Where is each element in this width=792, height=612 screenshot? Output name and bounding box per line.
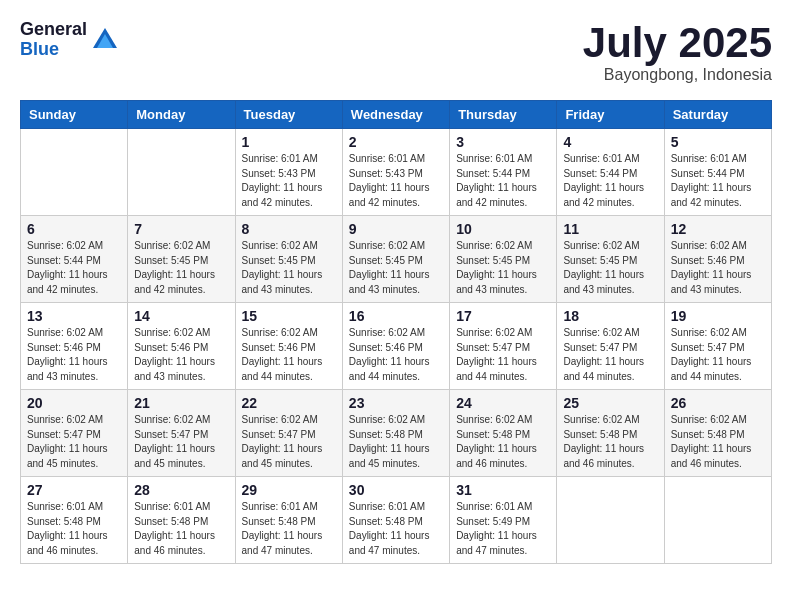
calendar-cell: 2Sunrise: 6:01 AM Sunset: 5:43 PM Daylig… [342,129,449,216]
calendar-cell: 8Sunrise: 6:02 AM Sunset: 5:45 PM Daylig… [235,216,342,303]
header-tuesday: Tuesday [235,101,342,129]
day-number: 12 [671,221,765,237]
day-number: 22 [242,395,336,411]
cell-info: Sunrise: 6:02 AM Sunset: 5:48 PM Dayligh… [349,413,443,471]
day-number: 15 [242,308,336,324]
calendar-cell [664,477,771,564]
day-number: 1 [242,134,336,150]
calendar-cell [557,477,664,564]
day-number: 25 [563,395,657,411]
title-block: July 2025 Bayongbong, Indonesia [583,20,772,84]
calendar-week-row: 27Sunrise: 6:01 AM Sunset: 5:48 PM Dayli… [21,477,772,564]
header-saturday: Saturday [664,101,771,129]
calendar-header-row: SundayMondayTuesdayWednesdayThursdayFrid… [21,101,772,129]
day-number: 16 [349,308,443,324]
cell-info: Sunrise: 6:02 AM Sunset: 5:45 PM Dayligh… [134,239,228,297]
cell-info: Sunrise: 6:01 AM Sunset: 5:44 PM Dayligh… [563,152,657,210]
calendar-cell: 18Sunrise: 6:02 AM Sunset: 5:47 PM Dayli… [557,303,664,390]
calendar-week-row: 1Sunrise: 6:01 AM Sunset: 5:43 PM Daylig… [21,129,772,216]
cell-info: Sunrise: 6:02 AM Sunset: 5:46 PM Dayligh… [671,239,765,297]
cell-info: Sunrise: 6:01 AM Sunset: 5:43 PM Dayligh… [242,152,336,210]
day-number: 5 [671,134,765,150]
day-number: 19 [671,308,765,324]
cell-info: Sunrise: 6:01 AM Sunset: 5:49 PM Dayligh… [456,500,550,558]
cell-info: Sunrise: 6:02 AM Sunset: 5:48 PM Dayligh… [456,413,550,471]
cell-info: Sunrise: 6:02 AM Sunset: 5:47 PM Dayligh… [563,326,657,384]
calendar-cell: 14Sunrise: 6:02 AM Sunset: 5:46 PM Dayli… [128,303,235,390]
cell-info: Sunrise: 6:02 AM Sunset: 5:45 PM Dayligh… [242,239,336,297]
calendar-cell: 30Sunrise: 6:01 AM Sunset: 5:48 PM Dayli… [342,477,449,564]
logo: General Blue [20,20,119,60]
cell-info: Sunrise: 6:02 AM Sunset: 5:46 PM Dayligh… [134,326,228,384]
cell-info: Sunrise: 6:01 AM Sunset: 5:48 PM Dayligh… [349,500,443,558]
day-number: 20 [27,395,121,411]
day-number: 31 [456,482,550,498]
day-number: 14 [134,308,228,324]
calendar-cell: 22Sunrise: 6:02 AM Sunset: 5:47 PM Dayli… [235,390,342,477]
cell-info: Sunrise: 6:02 AM Sunset: 5:48 PM Dayligh… [671,413,765,471]
day-number: 9 [349,221,443,237]
cell-info: Sunrise: 6:01 AM Sunset: 5:48 PM Dayligh… [242,500,336,558]
calendar-cell: 16Sunrise: 6:02 AM Sunset: 5:46 PM Dayli… [342,303,449,390]
calendar-week-row: 20Sunrise: 6:02 AM Sunset: 5:47 PM Dayli… [21,390,772,477]
day-number: 11 [563,221,657,237]
calendar-cell: 17Sunrise: 6:02 AM Sunset: 5:47 PM Dayli… [450,303,557,390]
day-number: 18 [563,308,657,324]
calendar-cell: 25Sunrise: 6:02 AM Sunset: 5:48 PM Dayli… [557,390,664,477]
calendar-week-row: 13Sunrise: 6:02 AM Sunset: 5:46 PM Dayli… [21,303,772,390]
calendar-cell [21,129,128,216]
cell-info: Sunrise: 6:02 AM Sunset: 5:44 PM Dayligh… [27,239,121,297]
calendar-cell: 1Sunrise: 6:01 AM Sunset: 5:43 PM Daylig… [235,129,342,216]
day-number: 30 [349,482,443,498]
calendar-cell: 9Sunrise: 6:02 AM Sunset: 5:45 PM Daylig… [342,216,449,303]
cell-info: Sunrise: 6:02 AM Sunset: 5:47 PM Dayligh… [27,413,121,471]
calendar-cell: 27Sunrise: 6:01 AM Sunset: 5:48 PM Dayli… [21,477,128,564]
header-thursday: Thursday [450,101,557,129]
day-number: 13 [27,308,121,324]
day-number: 27 [27,482,121,498]
header-wednesday: Wednesday [342,101,449,129]
month-title: July 2025 [583,20,772,66]
day-number: 10 [456,221,550,237]
calendar-table: SundayMondayTuesdayWednesdayThursdayFrid… [20,100,772,564]
day-number: 3 [456,134,550,150]
calendar-cell: 21Sunrise: 6:02 AM Sunset: 5:47 PM Dayli… [128,390,235,477]
calendar-cell: 5Sunrise: 6:01 AM Sunset: 5:44 PM Daylig… [664,129,771,216]
calendar-cell: 19Sunrise: 6:02 AM Sunset: 5:47 PM Dayli… [664,303,771,390]
logo-icon [91,26,119,54]
day-number: 8 [242,221,336,237]
logo-general: General [20,20,87,40]
calendar-cell: 24Sunrise: 6:02 AM Sunset: 5:48 PM Dayli… [450,390,557,477]
header-friday: Friday [557,101,664,129]
logo-blue: Blue [20,40,87,60]
calendar-cell: 7Sunrise: 6:02 AM Sunset: 5:45 PM Daylig… [128,216,235,303]
cell-info: Sunrise: 6:01 AM Sunset: 5:48 PM Dayligh… [27,500,121,558]
location: Bayongbong, Indonesia [583,66,772,84]
calendar-cell: 31Sunrise: 6:01 AM Sunset: 5:49 PM Dayli… [450,477,557,564]
cell-info: Sunrise: 6:02 AM Sunset: 5:47 PM Dayligh… [134,413,228,471]
day-number: 4 [563,134,657,150]
cell-info: Sunrise: 6:02 AM Sunset: 5:47 PM Dayligh… [242,413,336,471]
cell-info: Sunrise: 6:01 AM Sunset: 5:44 PM Dayligh… [671,152,765,210]
calendar-cell: 23Sunrise: 6:02 AM Sunset: 5:48 PM Dayli… [342,390,449,477]
calendar-cell: 6Sunrise: 6:02 AM Sunset: 5:44 PM Daylig… [21,216,128,303]
day-number: 2 [349,134,443,150]
calendar-cell: 12Sunrise: 6:02 AM Sunset: 5:46 PM Dayli… [664,216,771,303]
calendar-week-row: 6Sunrise: 6:02 AM Sunset: 5:44 PM Daylig… [21,216,772,303]
day-number: 29 [242,482,336,498]
calendar-cell: 11Sunrise: 6:02 AM Sunset: 5:45 PM Dayli… [557,216,664,303]
cell-info: Sunrise: 6:01 AM Sunset: 5:43 PM Dayligh… [349,152,443,210]
cell-info: Sunrise: 6:02 AM Sunset: 5:47 PM Dayligh… [671,326,765,384]
day-number: 6 [27,221,121,237]
cell-info: Sunrise: 6:02 AM Sunset: 5:45 PM Dayligh… [456,239,550,297]
calendar-cell: 15Sunrise: 6:02 AM Sunset: 5:46 PM Dayli… [235,303,342,390]
calendar-cell: 28Sunrise: 6:01 AM Sunset: 5:48 PM Dayli… [128,477,235,564]
cell-info: Sunrise: 6:02 AM Sunset: 5:47 PM Dayligh… [456,326,550,384]
calendar-cell: 20Sunrise: 6:02 AM Sunset: 5:47 PM Dayli… [21,390,128,477]
day-number: 23 [349,395,443,411]
day-number: 28 [134,482,228,498]
cell-info: Sunrise: 6:01 AM Sunset: 5:48 PM Dayligh… [134,500,228,558]
calendar-cell [128,129,235,216]
cell-info: Sunrise: 6:01 AM Sunset: 5:44 PM Dayligh… [456,152,550,210]
cell-info: Sunrise: 6:02 AM Sunset: 5:46 PM Dayligh… [27,326,121,384]
